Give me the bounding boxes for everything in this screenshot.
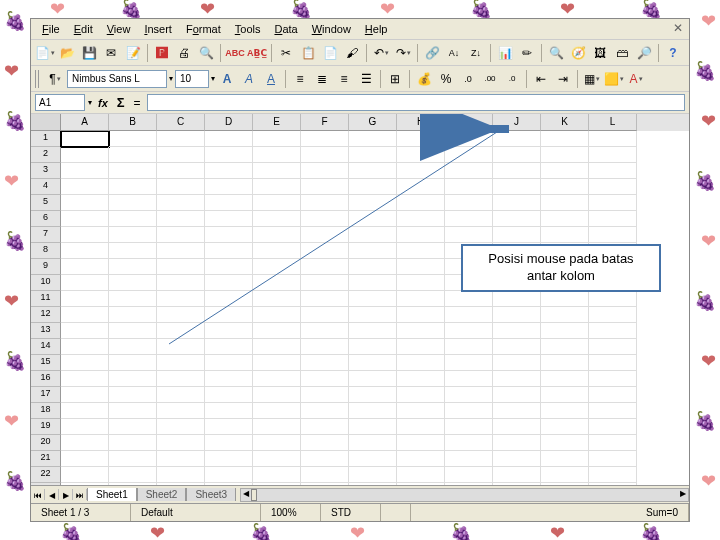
column-header-L[interactable]: L [589,114,637,131]
cell-L13[interactable] [589,323,637,339]
cell-I1[interactable] [445,131,493,147]
cell-I6[interactable] [445,211,493,227]
cell-D13[interactable] [205,323,253,339]
cell-F2[interactable] [301,147,349,163]
row-header-10[interactable]: 10 [31,275,61,291]
underline-button[interactable]: A [261,69,281,89]
cell-C19[interactable] [157,419,205,435]
cell-D3[interactable] [205,163,253,179]
cell-A15[interactable] [61,355,109,371]
cell-B18[interactable] [109,403,157,419]
menu-format[interactable]: Format [179,21,228,37]
cell-A5[interactable] [61,195,109,211]
column-header-B[interactable]: B [109,114,157,131]
cell-G3[interactable] [349,163,397,179]
row-header-16[interactable]: 16 [31,371,61,387]
cell-D10[interactable] [205,275,253,291]
cell-E22[interactable] [253,467,301,483]
cell-C18[interactable] [157,403,205,419]
cell-D14[interactable] [205,339,253,355]
cell-K1[interactable] [541,131,589,147]
cell-J23[interactable] [493,483,541,485]
cell-L21[interactable] [589,451,637,467]
cell-F17[interactable] [301,387,349,403]
datasources-button[interactable]: 🗃 [612,43,632,63]
toolbar-grip-icon[interactable] [35,70,41,88]
cell-E13[interactable] [253,323,301,339]
cell-H20[interactable] [397,435,445,451]
cell-F22[interactable] [301,467,349,483]
cell-K4[interactable] [541,179,589,195]
cell-F9[interactable] [301,259,349,275]
cell-D18[interactable] [205,403,253,419]
add-decimal-button[interactable]: .00 [480,69,500,89]
cell-D7[interactable] [205,227,253,243]
cell-C9[interactable] [157,259,205,275]
cell-G15[interactable] [349,355,397,371]
cut-button[interactable]: ✂ [276,43,296,63]
cell-K19[interactable] [541,419,589,435]
cell-A18[interactable] [61,403,109,419]
cell-A19[interactable] [61,419,109,435]
cell-K15[interactable] [541,355,589,371]
tab-last-button[interactable]: ⏭ [73,489,87,500]
row-header-14[interactable]: 14 [31,339,61,355]
cell-G9[interactable] [349,259,397,275]
cell-H18[interactable] [397,403,445,419]
help-button[interactable]: ? [663,43,683,63]
cell-L2[interactable] [589,147,637,163]
cell-H19[interactable] [397,419,445,435]
cell-E16[interactable] [253,371,301,387]
column-header-E[interactable]: E [253,114,301,131]
sort-asc-button[interactable]: A↓ [444,43,464,63]
cell-C10[interactable] [157,275,205,291]
cell-F23[interactable] [301,483,349,485]
italic-button[interactable]: A [239,69,259,89]
increase-indent-button[interactable]: ⇥ [553,69,573,89]
cell-H23[interactable] [397,483,445,485]
cell-A2[interactable] [61,147,109,163]
cell-G4[interactable] [349,179,397,195]
cell-A21[interactable] [61,451,109,467]
cell-F4[interactable] [301,179,349,195]
cell-E14[interactable] [253,339,301,355]
row-header-13[interactable]: 13 [31,323,61,339]
cell-L17[interactable] [589,387,637,403]
column-header-J[interactable]: J [493,114,541,131]
print-button[interactable]: 🖨 [174,43,194,63]
cell-B19[interactable] [109,419,157,435]
row-header-19[interactable]: 19 [31,419,61,435]
cell-E7[interactable] [253,227,301,243]
cell-H6[interactable] [397,211,445,227]
cell-K13[interactable] [541,323,589,339]
cell-H15[interactable] [397,355,445,371]
spellcheck-button[interactable]: ABC [225,43,245,63]
cell-H11[interactable] [397,291,445,307]
cell-reference-input[interactable] [35,94,85,111]
cell-B17[interactable] [109,387,157,403]
cell-G17[interactable] [349,387,397,403]
cell-H7[interactable] [397,227,445,243]
cell-K18[interactable] [541,403,589,419]
cell-E10[interactable] [253,275,301,291]
cell-B3[interactable] [109,163,157,179]
cell-G14[interactable] [349,339,397,355]
cell-C21[interactable] [157,451,205,467]
currency-button[interactable]: 💰 [414,69,434,89]
cell-K14[interactable] [541,339,589,355]
cell-J21[interactable] [493,451,541,467]
sum-button[interactable]: Σ [114,95,128,110]
cell-J19[interactable] [493,419,541,435]
cell-I7[interactable] [445,227,493,243]
row-header-15[interactable]: 15 [31,355,61,371]
cell-E4[interactable] [253,179,301,195]
find-button[interactable]: 🔍 [546,43,566,63]
cell-D12[interactable] [205,307,253,323]
menu-data[interactable]: Data [267,21,304,37]
chart-button[interactable]: 📊 [495,43,515,63]
row-header-9[interactable]: 9 [31,259,61,275]
cell-K11[interactable] [541,291,589,307]
row-header-21[interactable]: 21 [31,451,61,467]
cell-G22[interactable] [349,467,397,483]
cell-J13[interactable] [493,323,541,339]
